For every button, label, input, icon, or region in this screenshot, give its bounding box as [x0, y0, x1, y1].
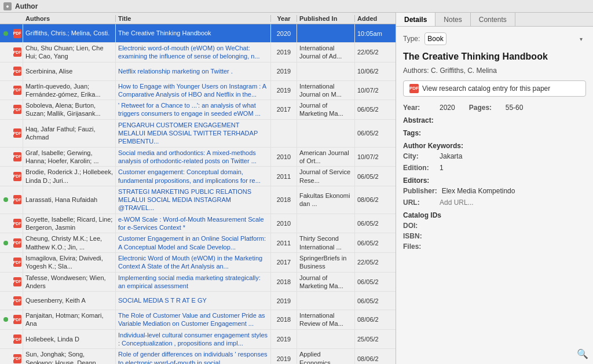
published-text: International Journal of Ad...: [299, 44, 352, 61]
row-indicator: [0, 81, 12, 100]
row-added: 06/05/2: [355, 100, 396, 119]
row-title[interactable]: Customer engagement: Conceptual domain, …: [116, 167, 271, 186]
author-text: Brodie, Roderick J.; Hollebeek, Linda D.…: [25, 168, 113, 185]
published-text: American Journal of Ort...: [299, 149, 352, 166]
pdf-icon: PDF: [13, 86, 21, 95]
status-dot: [3, 317, 8, 322]
author-text: Cheung, Christy M.K.; Lee, Matthew K.O.;…: [25, 234, 113, 251]
row-added: 08/06/2: [355, 349, 396, 364]
tab-contents[interactable]: Contents: [471, 13, 515, 26]
pdf-icon: PDF: [13, 29, 21, 38]
row-title[interactable]: e-WOM Scale : Word-of-Mouth Measurement …: [116, 214, 271, 233]
row-title[interactable]: Electronic word-of-mouth (eWOM) on WeCha…: [116, 43, 271, 62]
row-title[interactable]: How to Engage with Younger Users on Inst…: [116, 81, 271, 100]
row-title[interactable]: STRATEGI MARKETING PUBLIC RELATIONS MELA…: [116, 186, 271, 214]
url-input[interactable]: [440, 198, 586, 207]
row-year: 2019: [271, 292, 297, 310]
row-added: 25/05/2: [355, 330, 396, 349]
tab-details[interactable]: Details: [396, 13, 435, 26]
row-type: PDF: [12, 214, 23, 233]
table-row[interactable]: PDFSoboleva, Alena; Burton, Suzan; Malli…: [0, 100, 396, 120]
row-indicator: [0, 349, 12, 364]
row-author: Tafesse, Wondwesen; Wien, Anders: [23, 273, 116, 292]
published-text: Journal of Marketing Ma...: [299, 101, 352, 118]
table-row[interactable]: PDFHaq, Jafar Fathul; Fauzi, AchmadPENGA…: [0, 120, 396, 148]
author-text: Larassati, Hana Rufaidah: [25, 196, 97, 204]
row-year: 2011: [271, 167, 297, 186]
title-text: How to Engage with Younger Users on Inst…: [118, 82, 268, 99]
table-row[interactable]: PDFTafesse, Wondwesen; Wien, AndersImple…: [0, 273, 396, 292]
catalog-button[interactable]: PDF View research catalog entry for this…: [403, 80, 586, 97]
table-row[interactable]: PDFQuesenberry, Keith ASOCIAL MEDIA S T …: [0, 292, 396, 310]
pdf-icon: PDF: [13, 128, 21, 138]
row-title[interactable]: SOCIAL MEDIA S T R AT E GY: [116, 292, 271, 310]
title-text: Role of gender differences on individual…: [118, 350, 268, 364]
right-panel: Details Notes Contents Type: Book: [396, 13, 593, 364]
table-body[interactable]: PDFGriffiths, Chris.; Melina, Costi.The …: [0, 24, 396, 364]
isbn-row: ISBN:: [403, 232, 586, 240]
table-row[interactable]: PDFGraf, Isabelle; Gerwing, Hanna; Hoefe…: [0, 148, 396, 167]
app-container: ● Author Authors Title Year Published In…: [0, 0, 593, 364]
catalog-button-label: View research catalog entry for this pap…: [422, 84, 550, 93]
row-title[interactable]: Customer Engagement in an Online Social …: [116, 233, 271, 252]
row-title[interactable]: PENGARUH CUSTOMER ENGAGEMENT MELALUI MED…: [116, 120, 271, 147]
url-row: URL:: [403, 198, 586, 207]
row-title[interactable]: ' Retweet for a Chance to ...': an analy…: [116, 100, 271, 119]
row-title[interactable]: Individual-level cultural consumer engag…: [116, 330, 271, 349]
row-indicator: [0, 167, 12, 186]
top-bar: ● Author: [0, 0, 593, 13]
row-indicator: [0, 273, 12, 292]
row-year: 2010: [271, 214, 297, 233]
row-added: 10/06/2: [355, 62, 396, 80]
published-text: Thirty Second International ...: [299, 234, 352, 251]
row-title[interactable]: Role of gender differences on individual…: [116, 349, 271, 364]
row-title[interactable]: Netflix relationship marketing on Twitte…: [116, 62, 271, 80]
row-title[interactable]: The Creative Thinking Handbook: [116, 24, 271, 42]
row-published: American Journal of Ort...: [297, 148, 355, 167]
row-indicator: [0, 62, 12, 80]
title-text: PENGARUH CUSTOMER ENGAGEMENT MELALUI MED…: [118, 121, 268, 146]
col-author-header[interactable]: Authors: [23, 15, 116, 22]
row-title[interactable]: Electronic Word of Mouth (eWOM) in the M…: [116, 253, 271, 272]
row-title[interactable]: Social media and orthodontics: A mixed-m…: [116, 148, 271, 167]
row-published: Applied Economics: [297, 349, 355, 364]
catalog-pdf-icon: PDF: [409, 84, 419, 93]
row-indicator: [0, 120, 12, 147]
table-row[interactable]: PDFSun, Jonghak; Song, Seokwoo; House, D…: [0, 349, 396, 364]
col-added-header[interactable]: Added: [355, 15, 396, 22]
type-select[interactable]: Book: [424, 32, 446, 45]
author-keywords-label: Author Keywords:: [403, 142, 586, 150]
table-row[interactable]: PDFScerbinina, AliseNetflix relationship…: [0, 62, 396, 81]
tab-notes[interactable]: Notes: [435, 13, 470, 26]
city-value: Jakarta: [440, 152, 462, 160]
table-row[interactable]: PDFGriffiths, Chris.; Melina, Costi.The …: [0, 24, 396, 43]
table-row[interactable]: PDFPanjaitan, Hotman; Komari, AnaThe Rol…: [0, 310, 396, 330]
table-row[interactable]: PDFLarassati, Hana RufaidahSTRATEGI MARK…: [0, 186, 396, 214]
title-text: Social media and orthodontics: A mixed-m…: [118, 149, 268, 166]
row-added: 08/06/2: [355, 186, 396, 214]
table-row[interactable]: PDFChu, Shu Chuan; Lien, Che Hui; Cao, Y…: [0, 43, 396, 62]
table-row[interactable]: PDFBrodie, Roderick J.; Hollebeek, Linda…: [0, 167, 396, 186]
year-value: 2020: [440, 104, 455, 112]
left-panel: Authors Title Year Published In Added PD…: [0, 13, 396, 364]
row-type: PDF: [12, 310, 23, 329]
col-title-header[interactable]: Title: [116, 15, 271, 22]
row-indicator: [0, 292, 12, 310]
table-row[interactable]: PDFCheung, Christy M.K.; Lee, Matthew K.…: [0, 233, 396, 253]
title-text: Netflix relationship marketing on Twitte…: [118, 67, 233, 75]
row-author: Chu, Shu Chuan; Lien, Che Hui; Cao, Yang: [23, 43, 116, 62]
table-row[interactable]: PDFMartín-quevedo, Juan; Fernández-gómez…: [0, 81, 396, 101]
col-year-header[interactable]: Year: [271, 15, 297, 22]
row-title[interactable]: The Role of Customer Value and Customer …: [116, 310, 271, 329]
row-year: [271, 120, 297, 147]
col-published-header[interactable]: Published In: [297, 15, 355, 22]
title-text: Implementing social media marketing stra…: [118, 274, 268, 291]
table-row[interactable]: PDFGoyette, Isabelle; Ricard, Line; Berg…: [0, 214, 396, 234]
table-row[interactable]: PDFHollebeek, Linda DIndividual-level cu…: [0, 330, 396, 350]
row-title[interactable]: Implementing social media marketing stra…: [116, 273, 271, 292]
row-type: PDF: [12, 62, 23, 80]
pdf-icon: PDF: [13, 277, 21, 286]
row-type: PDF: [12, 100, 23, 119]
search-icon[interactable]: 🔍: [577, 348, 588, 359]
table-row[interactable]: PDFIsmagilova, Elvira; Dwivedi, Yogesh K…: [0, 253, 396, 273]
